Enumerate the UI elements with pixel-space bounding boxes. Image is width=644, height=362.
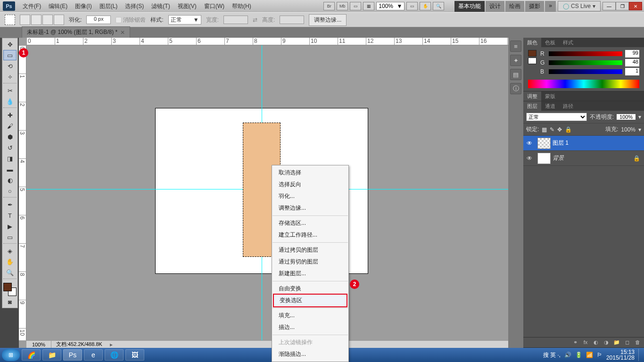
- ws-essentials[interactable]: 基本功能: [454, 1, 485, 12]
- ruler-horizontal[interactable]: 01234567891011121314151617: [26, 38, 516, 45]
- new-layer-icon[interactable]: ◻: [623, 339, 631, 346]
- menu-window[interactable]: 窗口(W): [200, 0, 228, 12]
- window-minimize-button[interactable]: —: [603, 2, 616, 10]
- menu-edit[interactable]: 编辑(E): [45, 0, 71, 12]
- history-panel-icon[interactable]: ≡: [510, 41, 521, 52]
- taskbar-app-3[interactable]: 🖼: [125, 349, 144, 361]
- marquee-tool[interactable]: ▭: [3, 50, 17, 60]
- pen-tool[interactable]: ✒: [3, 199, 17, 210]
- ime-indicator[interactable]: 搜 英 ·,: [543, 351, 561, 359]
- ctx-stroke[interactable]: 描边...: [272, 321, 348, 333]
- cs-live-button[interactable]: ◯CS Live▾: [558, 1, 601, 11]
- blur-tool[interactable]: ◐: [3, 175, 17, 185]
- ctx-refine[interactable]: 调整边缘...: [272, 202, 348, 214]
- layer-row[interactable]: 👁 背景 🔒: [523, 151, 644, 166]
- g-value[interactable]: 48: [625, 59, 639, 66]
- ws-painting[interactable]: 绘画: [505, 1, 524, 12]
- wand-tool[interactable]: ✧: [3, 72, 17, 82]
- lasso-tool[interactable]: ⟲: [3, 61, 17, 71]
- foreground-color[interactable]: [3, 283, 12, 291]
- sel-subtract-button[interactable]: [42, 15, 53, 25]
- group-icon[interactable]: 📁: [613, 339, 620, 346]
- minibridge-icon[interactable]: Mb: [337, 2, 348, 10]
- sel-add-button[interactable]: [31, 15, 41, 25]
- ctx-layer-via-copy[interactable]: 通过拷贝的图层: [272, 244, 348, 256]
- refine-edge-button[interactable]: 调整边缘...: [309, 14, 347, 26]
- r-value[interactable]: 99: [625, 50, 639, 58]
- b-value[interactable]: 1: [625, 68, 639, 75]
- feather-input[interactable]: 0 px: [86, 16, 111, 24]
- arrange-docs-icon[interactable]: ▦: [363, 2, 374, 10]
- visibility-icon[interactable]: 👁: [523, 140, 536, 147]
- taskbar-explorer[interactable]: 📁: [42, 349, 61, 361]
- fill-input[interactable]: 100%: [621, 126, 636, 133]
- visibility-icon[interactable]: 👁: [523, 155, 536, 162]
- tab-swatches[interactable]: 色板: [541, 38, 559, 47]
- lock-pixels-icon[interactable]: ▦: [542, 126, 547, 133]
- hand-icon[interactable]: ✋: [420, 2, 431, 10]
- ctx-fade[interactable]: 渐隐描边...: [272, 348, 348, 360]
- fg-swatch[interactable]: [528, 50, 537, 57]
- path-select-tool[interactable]: ▶: [3, 221, 17, 231]
- layer-thumb[interactable]: [537, 153, 551, 164]
- show-desktop-button[interactable]: [638, 349, 642, 361]
- ctx-layer-via-cut[interactable]: 通过剪切的图层: [272, 256, 348, 268]
- stamp-tool[interactable]: ⬢: [3, 132, 17, 142]
- tool-preset-picker[interactable]: [5, 15, 15, 25]
- tray-icon[interactable]: 🏳: [597, 352, 603, 358]
- tab-layers[interactable]: 图层: [523, 101, 541, 111]
- tab-adjustments[interactable]: 调整: [523, 91, 541, 101]
- ctx-make-workpath[interactable]: 建立工作路径...: [272, 229, 348, 241]
- ctx-new-layer[interactable]: 新建图层...: [272, 268, 348, 280]
- blend-mode-select[interactable]: 正常: [526, 113, 587, 121]
- doc-info[interactable]: 文档:452.2K/488.8K: [51, 341, 107, 348]
- layer-row[interactable]: 👁 图层 1: [523, 136, 644, 151]
- type-tool[interactable]: T: [3, 210, 17, 221]
- lock-paint-icon[interactable]: ✎: [550, 126, 554, 133]
- ctx-inverse[interactable]: 选择反向: [272, 179, 348, 190]
- taskbar-photoshop[interactable]: Ps: [63, 349, 82, 361]
- start-button[interactable]: ⊞: [2, 349, 20, 361]
- 3d-tool[interactable]: ◈: [3, 246, 17, 256]
- style-select[interactable]: 正常▼: [168, 15, 201, 25]
- zoom-icon[interactable]: 🔍: [433, 2, 444, 10]
- crop-tool[interactable]: ✂: [3, 85, 17, 96]
- ctx-save-selection[interactable]: 存储选区...: [272, 217, 348, 229]
- menu-file[interactable]: 文件(F): [19, 0, 45, 12]
- g-slider[interactable]: [549, 60, 622, 65]
- zoom-field[interactable]: 100%: [26, 342, 51, 347]
- delete-layer-icon[interactable]: 🗑: [634, 339, 641, 346]
- tray-icon[interactable]: 📶: [586, 352, 593, 358]
- taskbar-app-1[interactable]: 🌈: [22, 349, 41, 361]
- mask-icon[interactable]: ◐: [592, 339, 600, 346]
- extras-icon[interactable]: ▭: [406, 2, 418, 10]
- window-restore-button[interactable]: ❐: [616, 2, 629, 10]
- link-layers-icon[interactable]: ⚭: [571, 339, 579, 346]
- lock-all-icon[interactable]: 🔒: [565, 126, 572, 133]
- b-slider[interactable]: [549, 69, 622, 74]
- hand-tool[interactable]: ✋: [3, 256, 17, 267]
- tab-styles[interactable]: 样式: [559, 38, 577, 47]
- eyedropper-tool[interactable]: 💧: [3, 96, 17, 107]
- zoom-tool[interactable]: 🔍: [3, 267, 17, 278]
- quickmask-tool[interactable]: ◙: [3, 296, 17, 307]
- window-close-button[interactable]: ✕: [629, 2, 642, 10]
- tab-color[interactable]: 颜色: [523, 38, 541, 47]
- dodge-tool[interactable]: ○: [3, 186, 17, 196]
- tab-channels[interactable]: 通道: [541, 101, 559, 111]
- ws-photo[interactable]: 摄影: [525, 1, 544, 12]
- info-panel-icon[interactable]: ⓘ: [510, 83, 521, 94]
- brush-tool[interactable]: 🖌: [3, 121, 17, 131]
- ws-more[interactable]: »: [545, 1, 556, 12]
- menu-help[interactable]: 帮助(H): [228, 0, 255, 12]
- clock[interactable]: 15:13 2015/11/28: [606, 349, 635, 361]
- healing-tool[interactable]: ✚: [3, 110, 17, 120]
- sel-new-button[interactable]: [20, 15, 30, 25]
- layer-name[interactable]: 图层 1: [553, 139, 569, 147]
- r-slider[interactable]: [549, 51, 622, 56]
- menu-select[interactable]: 选择(S): [121, 0, 148, 12]
- bridge-icon[interactable]: Br: [323, 2, 335, 10]
- ctx-free-transform[interactable]: 自由变换: [272, 283, 348, 295]
- taskbar-ie[interactable]: e: [84, 349, 103, 361]
- layer-thumb[interactable]: [537, 138, 551, 149]
